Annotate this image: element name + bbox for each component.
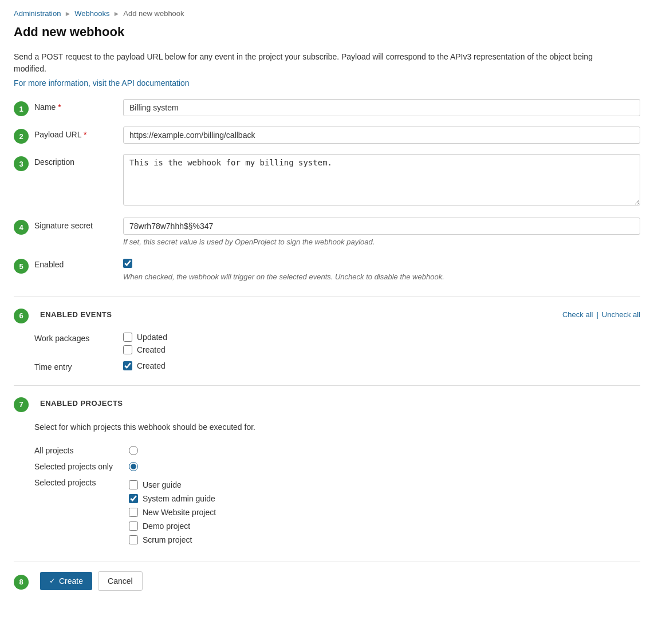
step-3-badge: 3	[14, 156, 29, 171]
enabled-checkbox[interactable]	[123, 259, 132, 268]
project-demo-text: Demo project	[143, 521, 190, 531]
footer-actions: 8 ✓ Create Cancel	[14, 562, 640, 591]
step-2-badge: 2	[14, 129, 29, 144]
page-description: Send a POST request to the payload URL b…	[14, 51, 615, 75]
selected-projects-only-radio-wrapper	[129, 462, 143, 471]
step-5-badge: 5	[14, 259, 29, 274]
name-row: 1 Name *	[14, 99, 640, 116]
signature-secret-row: 4 Signature secret If set, this secret v…	[14, 218, 640, 246]
breadcrumb-current: Add new webhook	[123, 9, 184, 18]
work-packages-updated-text: Updated	[137, 333, 167, 342]
work-packages-label: Work packages	[34, 333, 123, 343]
work-packages-checkboxes: Updated Created	[123, 333, 167, 354]
time-entry-label: Time entry	[34, 361, 123, 372]
create-checkmark-icon: ✓	[49, 576, 56, 585]
work-packages-updated-checkbox[interactable]	[123, 333, 132, 342]
time-entry-checkboxes: Created	[123, 361, 166, 370]
events-content: Work packages Updated Created Time entry	[34, 333, 640, 372]
enabled-events-actions: Check all | Uncheck all	[562, 310, 640, 319]
step-8-badge: 8	[14, 575, 29, 590]
selected-projects-only-radio[interactable]	[129, 462, 138, 471]
webhook-form: 1 Name * 2 Payload URL * 3 Description T…	[14, 99, 640, 591]
selected-projects-list: User guide System admin guide New Websit…	[129, 480, 216, 544]
work-packages-updated-label[interactable]: Updated	[123, 333, 167, 342]
description-row: 3 Description This is the webhook for my…	[14, 154, 640, 207]
project-user-guide[interactable]: User guide	[129, 480, 216, 489]
step-1-badge: 1	[14, 101, 29, 116]
enabled-events-section-header: 6 ENABLED EVENTS Check all | Uncheck all	[14, 297, 640, 323]
enabled-row: 5 Enabled When checked, the webhook will…	[14, 256, 640, 283]
project-system-admin-guide[interactable]: System admin guide	[129, 494, 216, 503]
description-textarea[interactable]: This is the webhook for my billing syste…	[123, 154, 640, 206]
breadcrumb-webhooks[interactable]: Webhooks	[74, 9, 109, 18]
project-new-website-checkbox[interactable]	[129, 508, 138, 517]
pipe-separator: |	[596, 310, 598, 319]
project-scrum-text: Scrum project	[143, 535, 192, 544]
api-docs-link[interactable]: For more information, visit the API docu…	[14, 78, 190, 88]
payload-required: *	[84, 130, 86, 139]
payload-url-label: Payload URL *	[34, 127, 123, 139]
breadcrumb-sep2: ►	[113, 10, 120, 18]
description-label: Description	[34, 154, 123, 167]
create-button[interactable]: ✓ Create	[40, 572, 92, 590]
signature-secret-field-wrapper: If set, this secret value is used by Ope…	[123, 218, 640, 246]
projects-description: Select for which projects this webhook s…	[34, 421, 255, 433]
step-6-badge: 6	[14, 309, 29, 323]
work-packages-event-group: Work packages Updated Created	[34, 333, 640, 354]
signature-hint: If set, this secret value is used by Ope…	[123, 238, 640, 246]
check-all-link[interactable]: Check all	[562, 310, 593, 319]
projects-description-row: Select for which projects this webhook s…	[14, 421, 640, 437]
signature-secret-input[interactable]	[123, 218, 640, 235]
work-packages-created-label[interactable]: Created	[123, 345, 167, 354]
time-entry-created-text: Created	[137, 361, 166, 370]
description-field-wrapper: This is the webhook for my billing syste…	[123, 154, 640, 207]
selected-projects-list-row: Selected projects User guide System admi…	[34, 478, 640, 544]
cancel-button[interactable]: Cancel	[98, 571, 143, 591]
project-user-guide-text: User guide	[143, 480, 182, 489]
payload-url-row: 2 Payload URL *	[14, 127, 640, 144]
page-title: Add new webhook	[14, 25, 640, 39]
breadcrumb-sep1: ►	[64, 10, 71, 18]
enabled-projects-title: ENABLED PROJECTS	[40, 399, 123, 408]
work-packages-created-text: Created	[137, 345, 166, 354]
project-scrum[interactable]: Scrum project	[129, 535, 216, 544]
work-packages-created-checkbox[interactable]	[123, 345, 132, 354]
breadcrumb: Administration ► Webhooks ► Add new webh…	[14, 9, 640, 18]
uncheck-all-link[interactable]: Uncheck all	[602, 310, 640, 319]
enabled-field-wrapper: When checked, the webhook will trigger o…	[123, 256, 640, 283]
time-entry-created-label[interactable]: Created	[123, 361, 166, 370]
project-new-website[interactable]: New Website project	[129, 508, 216, 517]
selected-projects-label: Selected projects	[34, 478, 129, 487]
enabled-events-title: ENABLED EVENTS	[40, 310, 112, 319]
enabled-events-header-row: 6 ENABLED EVENTS Check all | Uncheck all	[14, 306, 640, 323]
enabled-note: When checked, the webhook will trigger o…	[123, 271, 640, 283]
payload-url-input[interactable]	[123, 127, 640, 144]
enabled-checkbox-row	[123, 256, 640, 268]
name-field-wrapper	[123, 99, 640, 116]
all-projects-row: All projects	[34, 446, 640, 455]
name-label: Name *	[34, 99, 123, 112]
all-projects-radio-wrapper	[129, 446, 143, 455]
time-entry-event-group: Time entry Created	[34, 361, 640, 372]
payload-url-field-wrapper	[123, 127, 640, 144]
selected-projects-only-row: Selected projects only	[34, 462, 640, 471]
project-user-guide-checkbox[interactable]	[129, 480, 138, 489]
breadcrumb-admin[interactable]: Administration	[14, 9, 61, 18]
step-7-badge: 7	[14, 397, 29, 412]
step-4-badge: 4	[14, 220, 29, 235]
create-button-label: Create	[59, 576, 83, 586]
project-demo-checkbox[interactable]	[129, 521, 138, 531]
name-input[interactable]	[123, 99, 640, 116]
signature-secret-label: Signature secret	[34, 218, 123, 230]
project-system-admin-guide-text: System admin guide	[143, 494, 215, 503]
time-entry-created-checkbox[interactable]	[123, 361, 132, 370]
enabled-projects-section-header: 7 ENABLED PROJECTS	[14, 385, 640, 412]
selected-projects-only-label: Selected projects only	[34, 462, 129, 471]
all-projects-radio[interactable]	[129, 446, 138, 455]
project-system-admin-guide-checkbox[interactable]	[129, 494, 138, 503]
project-demo[interactable]: Demo project	[129, 521, 216, 531]
project-scrum-checkbox[interactable]	[129, 535, 138, 544]
name-required: *	[58, 102, 61, 112]
enabled-label: Enabled	[34, 256, 123, 269]
all-projects-label: All projects	[34, 446, 129, 455]
